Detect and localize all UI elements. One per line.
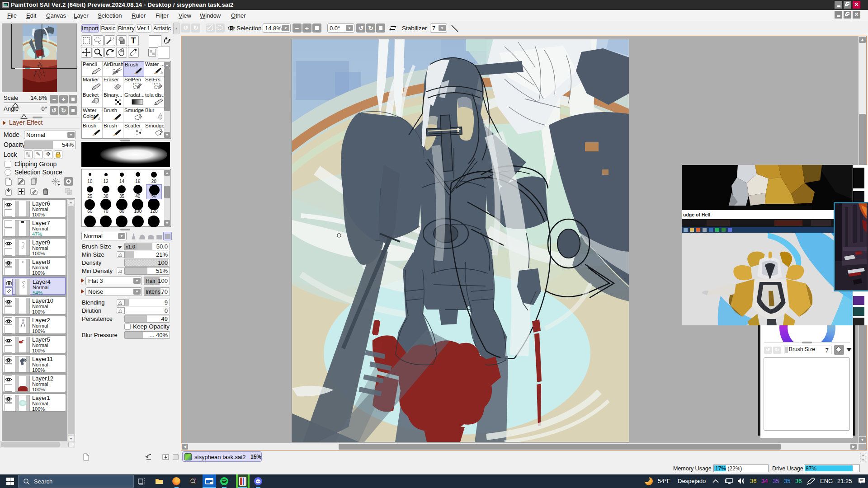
svg-text:udge of Hell: udge of Hell — [683, 212, 710, 217]
svg-text:S: S — [135, 84, 137, 88]
svg-text:S: S — [156, 84, 158, 88]
